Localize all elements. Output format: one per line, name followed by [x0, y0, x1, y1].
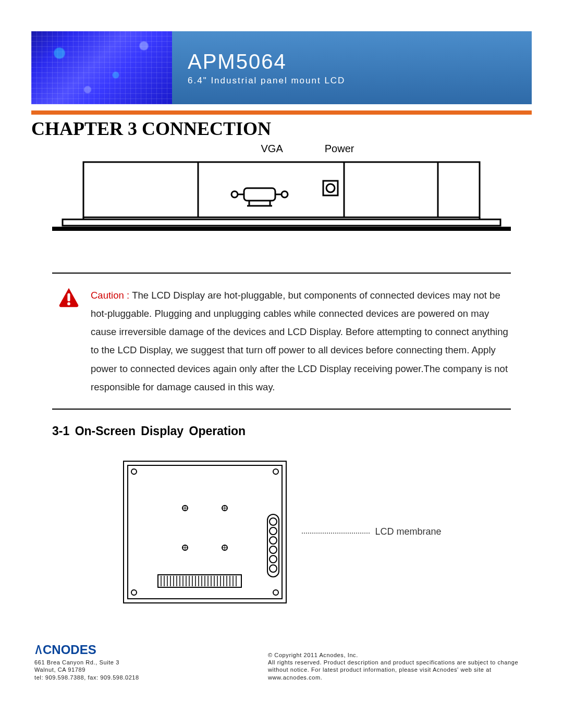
- company-logo: ΛCNODES: [34, 641, 139, 658]
- product-model: APM5064: [188, 50, 532, 73]
- svg-rect-15: [52, 227, 511, 231]
- caution-text: Caution : The LCD Display are hot-plugga…: [91, 286, 511, 396]
- warning-icon: [57, 286, 80, 396]
- footer-address-2: Walnut, CA 91789: [34, 666, 139, 673]
- svg-point-7: [231, 191, 238, 198]
- svg-point-68: [270, 546, 277, 553]
- svg-rect-0: [83, 162, 480, 217]
- product-description: 6.4" Industrial panel mount LCD: [188, 76, 532, 86]
- svg-rect-4: [244, 188, 275, 201]
- header-title-block: APM5064 6.4" Industrial panel mount LCD: [172, 31, 532, 104]
- lcd-back-diagram: [121, 459, 288, 605]
- svg-rect-14: [63, 219, 500, 226]
- svg-point-65: [270, 518, 277, 525]
- footer-copyright: © Copyright 2011 Acnodes, Inc.: [268, 651, 529, 659]
- footer-right: © Copyright 2011 Acnodes, Inc. All right…: [268, 651, 529, 681]
- port-labels: VGA Power: [83, 143, 532, 155]
- svg-point-8: [282, 191, 288, 198]
- divider-bottom: [52, 409, 511, 410]
- page-footer: ΛCNODES 661 Brea Canyon Rd., Suite 3 Wal…: [31, 641, 532, 681]
- header-circuit-image: [31, 31, 172, 104]
- section-heading-3-1: 3-1 On-Screen Display Operation: [52, 424, 532, 438]
- svg-point-67: [270, 537, 277, 544]
- document-page: APM5064 6.4" Industrial panel mount LCD …: [0, 0, 563, 697]
- svg-point-66: [270, 527, 277, 535]
- caution-block: Caution : The LCD Display are hot-plugga…: [31, 274, 532, 409]
- header-banner: APM5064 6.4" Industrial panel mount LCD: [31, 31, 532, 104]
- svg-rect-12: [323, 181, 338, 195]
- lcd-membrane-label: LCD membrane: [375, 526, 441, 537]
- svg-point-24: [131, 590, 137, 595]
- orange-divider: [31, 110, 532, 115]
- svg-point-13: [326, 184, 335, 192]
- svg-point-25: [273, 590, 278, 595]
- svg-point-22: [131, 469, 137, 474]
- footer-rights: All rights reserved. Product description…: [268, 659, 529, 681]
- chapter-title: CHAPTER 3 CONNECTION: [31, 118, 532, 140]
- lcd-diagram-wrap: LCD membrane: [31, 459, 532, 605]
- caution-body: The LCD Display are hot-pluggable, but c…: [91, 290, 508, 392]
- svg-point-70: [270, 565, 277, 572]
- connector-diagram: [52, 158, 511, 241]
- footer-address-1: 661 Brea Canyon Rd., Suite 3: [34, 659, 139, 666]
- svg-point-69: [270, 556, 277, 563]
- footer-contact: tel: 909.598.7388, fax: 909.598.0218: [34, 674, 139, 681]
- callout-dots: [302, 533, 370, 534]
- svg-point-19: [67, 302, 70, 305]
- lcd-membrane-callout: LCD membrane: [302, 526, 441, 537]
- port-label-power: Power: [325, 143, 354, 155]
- logo-text: CNODES: [43, 643, 96, 657]
- svg-point-23: [273, 469, 278, 474]
- caution-label: Caution :: [91, 290, 132, 301]
- port-label-vga: VGA: [261, 143, 283, 155]
- footer-left: ΛCNODES 661 Brea Canyon Rd., Suite 3 Wal…: [34, 641, 139, 681]
- svg-rect-18: [67, 293, 70, 302]
